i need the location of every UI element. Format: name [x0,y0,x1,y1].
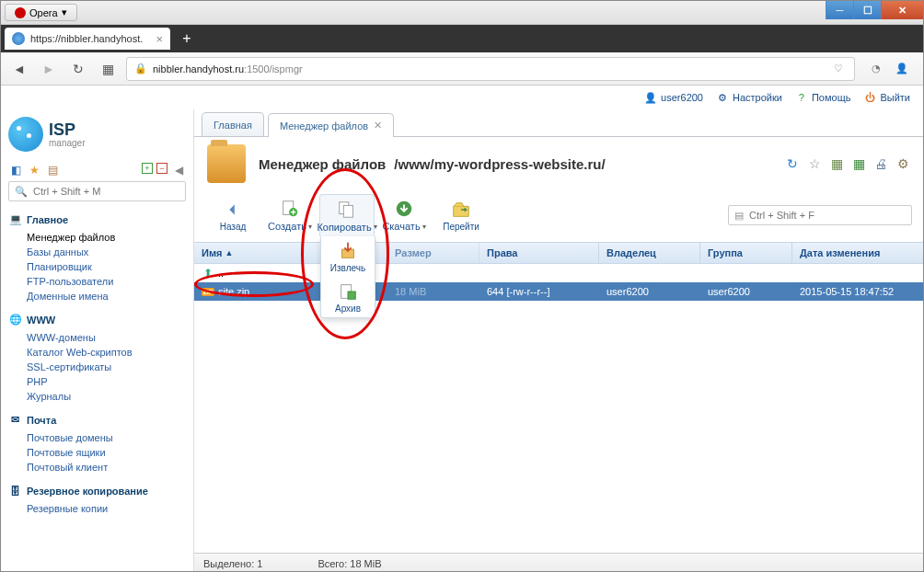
address-bar: ◄ ► ↻ ▦ 🔒 nibbler.handyhost.ru:1500/ispm… [1,52,923,86]
url-input[interactable]: 🔒 nibbler.handyhost.ru:1500/ispmgr ♡ [126,57,855,81]
sidebar-group-home[interactable]: 💻Главное [8,209,186,230]
extract-item[interactable]: Извлечь [321,236,375,277]
settings-link[interactable]: ⚙Настройки [716,91,782,104]
table-row[interactable]: ZIPsite.zip 18 MiB 644 [-rw-r--r--] user… [194,282,923,301]
window-title-bar: Opera ▾ ─ ☐ ✕ [1,1,923,25]
refresh-icon[interactable]: ↻ [785,156,800,171]
tab-file-manager[interactable]: Менеджер файлов✕ [268,113,394,137]
help-link[interactable]: ?Помощь [795,91,851,104]
sidebar-item[interactable]: Почтовые ящики [27,445,186,460]
file-date: 2015-05-15 18:47:52 [792,282,923,301]
maximize-button[interactable]: ☐ [853,1,881,19]
minimize-button[interactable]: ─ [826,1,853,19]
print-icon[interactable]: 🖨 [873,156,888,171]
collapse-sidebar-icon[interactable]: ◀ [171,163,186,177]
search-icon: 🔍 [15,186,28,198]
back-button[interactable]: ◄ [8,58,30,80]
col-owner[interactable]: Владелец [599,243,700,263]
csv-icon[interactable]: ▦ [829,156,844,171]
svg-rect-6 [348,292,355,299]
sidebar-item[interactable]: Журналы [27,389,186,404]
user-link[interactable]: 👤user6200 [644,91,703,104]
sidebar-item[interactable]: WWW-домены [27,330,186,345]
table-row-up[interactable]: ⬆.. [194,264,923,282]
sidebar-item[interactable]: Базы данных [27,245,186,259]
zip-icon: ZIP [202,285,214,298]
bookmark-heart-icon[interactable]: ♡ [830,61,847,77]
col-date[interactable]: Дата изменения [792,243,923,263]
collapse-icon[interactable]: − [156,163,167,174]
toolbar-search[interactable]: ▤ [728,205,912,225]
expand-icon[interactable]: + [142,163,153,174]
sidebar-item[interactable]: FTP-пользователи [27,274,186,289]
tab-title: https://nibbler.handyhost. [30,33,150,44]
file-name: site.zip [218,286,249,297]
favorite-icon[interactable]: ☆ [807,156,822,171]
tab-close-icon[interactable]: × [156,32,163,46]
copy-icon [335,200,359,220]
bookmark-icon[interactable]: ◧ [8,163,23,177]
sidebar-group-globe[interactable]: 🌐WWW [8,309,186,330]
speed-dial-button[interactable]: ▦ [97,58,119,80]
status-selected: Выделено: 1 [203,558,262,569]
archive-item[interactable]: Архив [321,277,375,317]
forward-button[interactable]: ► [38,58,60,80]
app-tabs: Главная Менеджер файлов✕ [194,109,923,137]
right-panel: Главная Менеджер файлов✕ Менеджер файлов… [194,109,923,572]
file-table: Имя▲ Размер Права Владелец Группа Дата и… [194,242,923,553]
content: 👤user6200 ⚙Настройки ?Помощь ⏻Выйти ISP … [1,86,923,572]
sidebar-group-mail[interactable]: ✉Почта [8,409,186,430]
sync-icon[interactable]: ◔ [868,61,884,77]
new-tab-button[interactable]: + [176,28,198,50]
star-icon[interactable]: ★ [27,163,41,177]
sidebar-item[interactable]: Почтовые домены [27,430,186,445]
user-avatar-icon: 👤 [644,91,657,104]
back-btn[interactable]: Назад [205,194,260,236]
sidebar-item[interactable]: Почтовый клиент [27,460,186,475]
extract-icon [336,241,360,261]
file-toolbar: Назад Создать▾ Копировать▾ Извлечь [194,190,923,236]
tab-close-icon[interactable]: ✕ [374,120,382,132]
create-btn[interactable]: Создать▾ [262,194,318,236]
chevron-down-icon: ▾ [308,223,312,231]
settings-icon[interactable]: ⚙ [895,156,910,171]
status-bar: Выделено: 1 Всего: 18 MiB [194,553,923,572]
sidebar-item[interactable]: SSL-сертификаты [27,360,186,374]
file-owner: user6200 [599,282,700,301]
file-group: user6200 [700,282,792,301]
opera-menu-button[interactable]: Opera ▾ [5,4,77,21]
sidebar-item[interactable]: Планировщик [27,259,186,274]
header-icons: ↻ ☆ ▦ ▦ 🖨 ⚙ [785,156,910,171]
sidebar-item[interactable]: Доменные имена [27,289,186,303]
col-perm[interactable]: Права [479,243,599,263]
create-icon [278,199,302,219]
folder-big-icon [207,144,246,183]
logo-text: ISP [49,121,85,138]
tab-main[interactable]: Главная [202,112,264,136]
globe-icon [12,32,25,45]
xls-icon[interactable]: ▦ [851,156,866,171]
col-group[interactable]: Группа [700,243,792,263]
sidebar-group-backup[interactable]: 🗄Резервное копирование [8,480,186,501]
sidebar-search[interactable]: 🔍 [8,181,186,201]
user-icon[interactable]: 👤 [894,61,910,77]
reload-button[interactable]: ↻ [67,58,89,80]
logout-link[interactable]: ⏻Выйти [863,91,910,104]
sidebar-item[interactable]: PHP [27,374,186,389]
toolbar-search-input[interactable] [749,210,906,221]
goto-btn[interactable]: Перейти [433,194,489,236]
browser-tab[interactable]: https://nibbler.handyhost. × [5,28,170,50]
download-btn[interactable]: Скачать▾ [376,194,432,236]
copy-btn[interactable]: Копировать▾ Извлечь Архив [319,194,375,236]
sidebar-item[interactable]: Каталог Web-скриптов [27,345,186,360]
globe-icon: 🌐 [8,313,22,326]
sidebar-item[interactable]: Менеджер файлов [27,230,186,245]
status-total: Всего: 18 MiB [318,558,381,569]
main-area: ISP manager ◧ ★ ▤ + − ◀ 🔍 [1,109,923,572]
sidebar-item[interactable]: Резервные копии [27,501,186,516]
col-size[interactable]: Размер [387,243,479,263]
clipboard-icon[interactable]: ▤ [45,163,60,177]
logo: ISP manager [8,113,186,161]
sidebar-search-input[interactable] [33,186,179,197]
close-button[interactable]: ✕ [881,1,923,19]
